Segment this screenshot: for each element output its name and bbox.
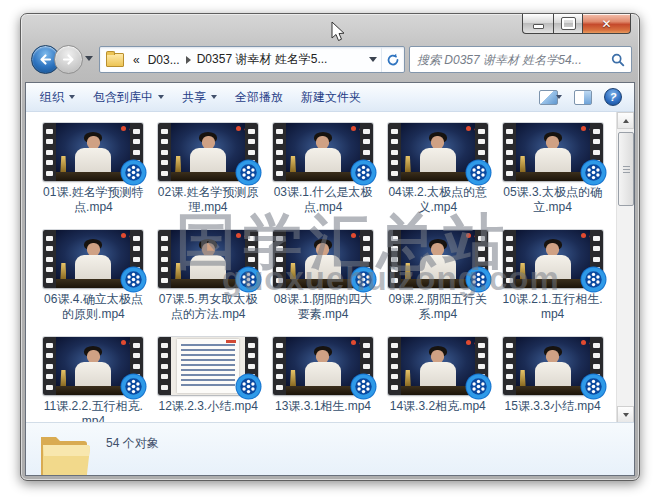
file-name[interactable]: 08课.1.阴阳的四大要素.mp4 — [272, 292, 374, 322]
forward-button[interactable] — [54, 45, 83, 74]
change-view-button[interactable] — [539, 90, 562, 105]
toolbar-include-in-library[interactable]: 包含到库中 — [84, 83, 173, 111]
explorer-window: ✕ « D03... D0357 谢幸材 姓名学5... — [20, 13, 640, 481]
channel-logo-icon — [121, 126, 126, 131]
file-name[interactable]: 04课.2.太极点的意义.mp4 — [387, 185, 489, 215]
file-name[interactable]: 12课.2.3.小结.mp4 — [157, 399, 259, 414]
media-player-badge-icon — [120, 373, 147, 400]
toolbar-new-folder[interactable]: 新建文件夹 — [292, 83, 370, 111]
refresh-button[interactable] — [381, 47, 404, 72]
video-thumbnail[interactable] — [273, 230, 373, 288]
client-area: 组织 包含到库中 共享 全部播放 新建文件夹 — [25, 82, 635, 476]
toolbar-share-label: 共享 — [182, 89, 206, 106]
caption-buttons: ✕ — [522, 14, 631, 34]
preview-pane-button[interactable] — [574, 90, 592, 105]
video-thumbnail[interactable] — [43, 337, 143, 395]
file-name[interactable]: 09课.2.阴阳五行关系.mp4 — [387, 292, 489, 322]
maximize-button[interactable] — [553, 14, 583, 34]
breadcrumb-root[interactable]: D03... — [144, 53, 184, 67]
refresh-icon — [386, 53, 400, 67]
filmstrip-holes — [43, 123, 56, 181]
video-thumbnail[interactable] — [158, 337, 258, 395]
file-item[interactable]: 09课.2.阴阳五行关系.mp4 — [380, 230, 495, 337]
search-input[interactable] — [410, 53, 611, 67]
video-preview-frame — [56, 230, 130, 288]
triangle-up-icon — [623, 119, 629, 123]
breadcrumb-overflow-chevron[interactable]: « — [129, 53, 144, 67]
file-item[interactable]: 08课.1.阴阳的四大要素.mp4 — [266, 230, 381, 337]
media-player-badge-icon — [580, 266, 607, 293]
video-thumbnail[interactable] — [158, 123, 258, 181]
file-name[interactable]: 15课.3.3小结.mp4 — [502, 399, 604, 414]
video-preview-frame — [401, 337, 475, 395]
file-list-area: 01课.姓名学预测特点.mp402课.姓名学预测原理.mp403课.1.什么是太… — [26, 112, 634, 423]
filmstrip-holes — [273, 230, 286, 288]
toolbar-play-all[interactable]: 全部播放 — [226, 83, 292, 111]
file-name[interactable]: 06课.4.确立太极点的原则.mp4 — [42, 292, 144, 322]
search-icon[interactable] — [611, 53, 625, 67]
video-thumbnail[interactable] — [388, 337, 488, 395]
scroll-up-button[interactable] — [617, 112, 634, 129]
close-button[interactable]: ✕ — [583, 14, 631, 34]
file-item[interactable]: 07课.5.男女取太极点的方法.mp4 — [151, 230, 266, 337]
video-preview-frame — [286, 123, 360, 181]
vertical-scrollbar[interactable] — [616, 112, 634, 423]
file-item[interactable]: 05课.3.太极点的确立.mp4 — [495, 123, 610, 230]
video-thumbnail[interactable] — [503, 123, 603, 181]
close-icon: ✕ — [601, 18, 611, 30]
channel-logo-icon — [121, 340, 126, 345]
media-player-badge-icon — [580, 373, 607, 400]
file-name[interactable]: 07课.5.男女取太极点的方法.mp4 — [157, 292, 259, 322]
filmstrip-holes — [158, 123, 171, 181]
address-dropdown-button[interactable] — [365, 47, 381, 72]
help-button[interactable]: ? — [604, 88, 622, 106]
chevron-down-icon — [211, 95, 217, 99]
filmstrip-holes — [388, 230, 401, 288]
toolbar-organize-label: 组织 — [40, 89, 64, 106]
navigation-bar: « D03... D0357 谢幸材 姓名学5... — [21, 42, 639, 80]
video-thumbnail[interactable] — [273, 337, 373, 395]
breadcrumb-current-folder[interactable]: D0357 谢幸材 姓名学5... — [193, 51, 332, 68]
video-thumbnail[interactable] — [388, 123, 488, 181]
file-item[interactable]: 01课.姓名学预测特点.mp4 — [36, 123, 151, 230]
toolbar-share[interactable]: 共享 — [173, 83, 226, 111]
item-count: 54 个对象 — [106, 435, 159, 452]
command-toolbar: 组织 包含到库中 共享 全部播放 新建文件夹 — [26, 83, 634, 112]
filmstrip-holes — [158, 230, 171, 288]
video-preview-frame — [56, 123, 130, 181]
file-item[interactable]: 04课.2.太极点的意义.mp4 — [380, 123, 495, 230]
video-thumbnail[interactable] — [273, 123, 373, 181]
media-player-badge-icon — [120, 266, 147, 293]
video-thumbnail[interactable] — [503, 337, 603, 395]
minimize-button[interactable] — [522, 14, 553, 34]
media-player-badge-icon — [350, 266, 377, 293]
minimize-icon — [533, 24, 544, 29]
chevron-down-icon — [556, 95, 562, 99]
scrollbar-thumb[interactable] — [618, 132, 634, 206]
video-thumbnail[interactable] — [388, 230, 488, 288]
file-name[interactable]: 01课.姓名学预测特点.mp4 — [42, 185, 144, 215]
video-thumbnail[interactable] — [503, 230, 603, 288]
search-box[interactable] — [409, 46, 632, 73]
folder-icon — [106, 53, 124, 67]
media-player-badge-icon — [350, 159, 377, 186]
toolbar-organize[interactable]: 组织 — [26, 83, 84, 111]
recent-pages-dropdown-icon[interactable] — [85, 56, 93, 61]
file-name[interactable]: 10课.2.1.五行相生.mp4 — [502, 292, 604, 322]
file-name[interactable]: 13课.3.1相生.mp4 — [272, 399, 374, 414]
file-item[interactable]: 06课.4.确立太极点的原则.mp4 — [36, 230, 151, 337]
address-bar[interactable]: « D03... D0357 谢幸材 姓名学5... — [99, 46, 405, 73]
video-thumbnail[interactable] — [158, 230, 258, 288]
file-item[interactable]: 02课.姓名学预测原理.mp4 — [151, 123, 266, 230]
file-name[interactable]: 14课.3.2相克.mp4 — [387, 399, 489, 414]
file-name[interactable]: 05课.3.太极点的确立.mp4 — [502, 185, 604, 215]
video-thumbnail[interactable] — [43, 123, 143, 181]
video-thumbnail[interactable] — [43, 230, 143, 288]
file-name[interactable]: 03课.1.什么是太极点.mp4 — [272, 185, 374, 215]
triangle-down-icon — [623, 413, 629, 417]
file-item[interactable]: 03课.1.什么是太极点.mp4 — [266, 123, 381, 230]
scroll-down-button[interactable] — [617, 406, 634, 423]
filmstrip-holes — [273, 337, 286, 395]
file-item[interactable]: 10课.2.1.五行相生.mp4 — [495, 230, 610, 337]
file-name[interactable]: 02课.姓名学预测原理.mp4 — [157, 185, 259, 215]
